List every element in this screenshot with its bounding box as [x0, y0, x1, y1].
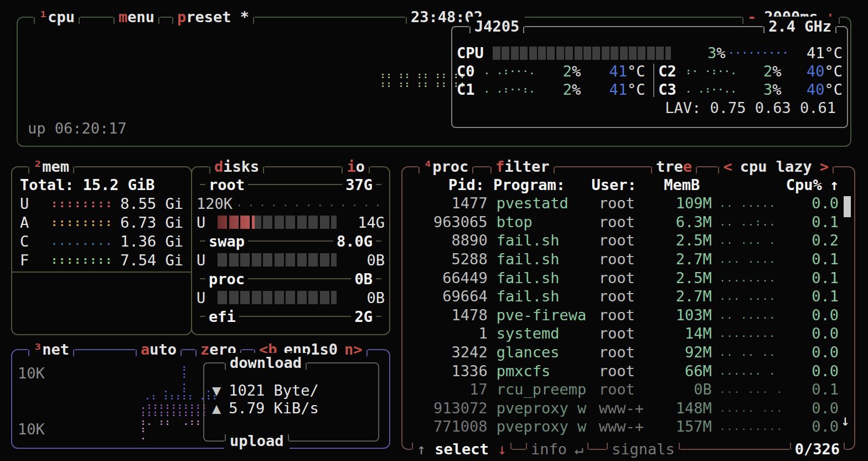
cpu-history-graph: .. ..:.. [720, 216, 789, 228]
mem-free-meter: :::::::: [51, 253, 118, 267]
mem-cached-value: 1.36 Gi [118, 233, 183, 250]
col-pid[interactable]: Pid: [409, 176, 484, 193]
col-cpu[interactable]: Cpu% [774, 176, 822, 193]
mem-free-value: 7.54 Gi [118, 252, 183, 269]
mem-used-row: U :::::::: 8.55 Gi [20, 194, 183, 213]
info-button[interactable]: info↵ [525, 439, 589, 459]
cpu-panel: ¹cpu menu preset * 23:48:02 -2000ms+ :: … [17, 17, 851, 147]
col-mem[interactable]: MemB [648, 176, 700, 193]
mem-cached-meter: ........ [51, 234, 118, 248]
load-average: LAV: 0.75 0.63 0.61 [665, 99, 836, 116]
process-row[interactable]: 8890fail.shroot2.5M.. ... .0.2 [409, 231, 839, 250]
process-row[interactable]: 1478pve-firewaroot103M.. .....0.0 [409, 306, 839, 325]
uptime-label: up 06:20:17 [28, 120, 127, 137]
process-row[interactable]: 1477pvestatdroot109M.. .....0.0 [409, 194, 839, 213]
net-next-button[interactable]: n> [344, 341, 363, 358]
btop-screen: ¹cpu menu preset * 23:48:02 -2000ms+ :: … [0, 0, 868, 461]
disks-panel-title[interactable]: disks [209, 157, 265, 177]
disk-io-graph: . . . . . . . . . . . . . [237, 199, 385, 208]
mem-available-value: 6.73 Gi [118, 214, 183, 231]
proc-panel: ⁴proc filter tree <cpu lazy> Pid: Progra… [401, 166, 855, 450]
disk-used-meter-root [218, 216, 337, 229]
cpu-history-graph: ... ... . [720, 383, 789, 395]
proc-panel-title[interactable]: ⁴proc [418, 157, 474, 177]
select-control[interactable]: ↑select↓ [411, 439, 512, 459]
tree-button[interactable]: tree [650, 157, 698, 177]
cpu-model: J4205 [469, 17, 525, 37]
col-program[interactable]: Program: [493, 176, 592, 193]
disk-name: root [209, 176, 245, 193]
core-percent: 2% [545, 63, 581, 80]
cpu-history-graph: ... .... [720, 290, 789, 302]
cpu-info-box: J4205 2.4 GHz CPU 3% ········· 41°C C0 .… [451, 26, 848, 128]
cpu-history-graph: ......... [720, 421, 789, 432]
sort-next-button[interactable]: > [820, 158, 829, 175]
core-graph: . .:···. [484, 66, 545, 76]
scrollbar-thumb[interactable] [844, 196, 851, 217]
disk-size: 37G [345, 176, 373, 193]
process-row[interactable]: 69664fail.shroot2.7M... ....0.1 [409, 287, 839, 306]
sort-prev-button[interactable]: < [723, 158, 732, 175]
core-graph: . .:··.. [686, 84, 747, 95]
net-panel: ³net auto zero <benp1s0n> 10K 10K : : . … [11, 349, 390, 449]
disk-used-label: U [197, 214, 218, 231]
cpu-history-graph: .. .. .. [720, 346, 789, 358]
process-row[interactable]: 771008pveproxy wwww-+157M.........0.0 [409, 417, 839, 436]
core-graph: :· ·:··. [686, 66, 747, 76]
col-user[interactable]: User: [591, 176, 647, 193]
disk-io-row: 120K . . . . . . . . . . . . . [197, 194, 385, 213]
process-row[interactable]: 963065btoproot6.3M.. ..:..0.1 [409, 213, 839, 232]
cpu-frequency: 2.4 GHz [763, 17, 837, 37]
disk-used-row-root: U 14G [197, 213, 385, 232]
mem-used-meter: :::::::: [51, 197, 118, 210]
cpu-panel-number: ¹ [39, 8, 48, 25]
scroll-down-icon[interactable]: ↓ [841, 412, 850, 429]
cpu-history-graph: ........ [720, 327, 789, 339]
core-temp: 40°C [781, 63, 843, 80]
disk-used-meter-swap [218, 253, 337, 267]
process-row[interactable]: 913072pveproxy wwww-+148M..... ...0.0 [409, 399, 839, 418]
net-auto-button[interactable]: auto [135, 340, 182, 360]
core-label: C2 [658, 63, 681, 80]
mem-free-label: F [20, 252, 51, 269]
core-temp: 41°C [581, 63, 645, 80]
disk-used-row-swap: U 0B [197, 250, 385, 269]
upload-label: upload [224, 431, 290, 451]
download-row: ▼ 1021 Byte/ [212, 381, 319, 399]
signals-button[interactable]: signals [606, 439, 680, 459]
sort-mode-label: cpu lazy [740, 158, 812, 175]
process-row[interactable]: 1336pmxcfsroot66M...... .0.0 [409, 361, 839, 380]
core-percent: 3% [747, 81, 781, 98]
process-row[interactable]: 17rcu_preemproot0B... ... .0.1 [409, 380, 839, 399]
disk-io-value: 120K [197, 195, 232, 212]
mem-total-row: Total:15.2 GiB [20, 175, 183, 194]
menu-button[interactable]: menu [113, 7, 160, 27]
disk-size: 2G [354, 308, 373, 325]
net-scale-bottom: 10K [18, 421, 45, 438]
process-row[interactable]: 66449fail.shroot2.5M........0.1 [409, 268, 839, 287]
disk-size: 0B [354, 270, 373, 288]
net-panel-title[interactable]: ³net [28, 340, 75, 360]
cpu-panel-title[interactable]: ¹cpu [33, 7, 80, 27]
preset-button[interactable]: preset * [172, 7, 255, 27]
load-average-row: LAV: 0.75 0.63 0.61 [457, 99, 843, 117]
upload-icon: ▲ [212, 399, 221, 417]
mem-available-label: A [20, 214, 51, 231]
disk-size: 8.0G [337, 233, 373, 250]
select-down-icon: ↓ [498, 440, 507, 458]
mem-cached-label: C [20, 233, 51, 250]
process-row[interactable]: 1systemdroot14M........0.0 [409, 324, 839, 343]
disk-section-root: root 37G [197, 175, 385, 194]
process-row[interactable]: 5288fail.shroot2.7M... ....0.1 [409, 250, 839, 269]
filter-button[interactable]: filter [490, 157, 555, 177]
io-mode-button[interactable]: io [341, 157, 370, 177]
disk-name: proc [209, 270, 245, 288]
mem-panel-title[interactable]: ²mem [28, 157, 75, 177]
proc-panel-number: ⁴ [423, 158, 432, 175]
interval-decrease-button[interactable]: - [747, 8, 756, 25]
process-row[interactable]: 3242glancesroot92M.. .. ..0.0 [409, 343, 839, 362]
mem-available-meter: :::::::: [51, 216, 118, 229]
core-temp: 41°C [581, 81, 645, 98]
cpu-history-graph: .. ... . [720, 234, 789, 246]
core-label: C1 [457, 81, 479, 98]
